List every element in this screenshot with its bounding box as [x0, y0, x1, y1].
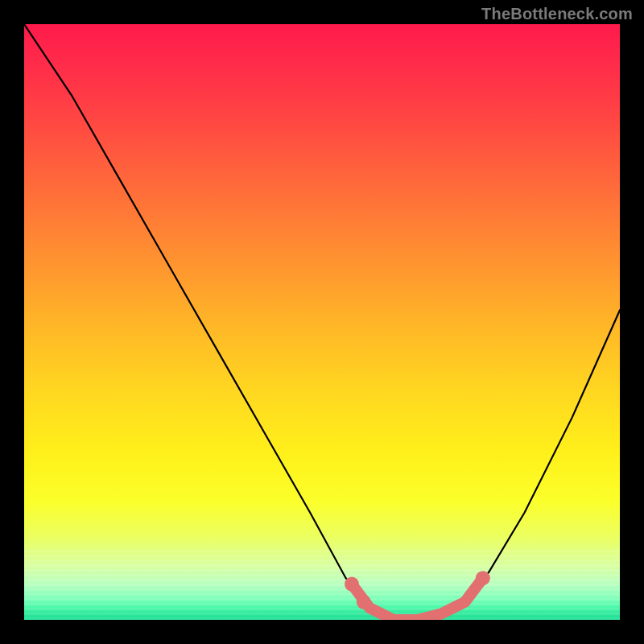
bottleneck-curve-svg: [24, 24, 620, 620]
plot-area: [24, 24, 620, 620]
curve-group: [24, 24, 620, 620]
bottleneck-curve-path: [24, 24, 620, 620]
marker-dot: [357, 595, 371, 609]
chart-frame: TheBottleneck.com: [0, 0, 644, 644]
marker-dot: [476, 571, 490, 585]
marker-dot: [345, 577, 359, 592]
watermark-text: TheBottleneck.com: [481, 5, 633, 23]
optimal-range-path: [352, 578, 483, 620]
